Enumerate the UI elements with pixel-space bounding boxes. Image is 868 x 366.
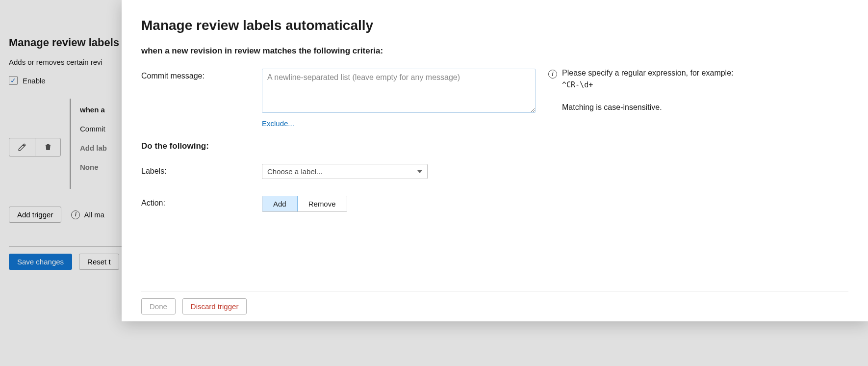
labels-label: Labels: bbox=[141, 164, 249, 176]
modal-title: Manage review labels automatically bbox=[141, 18, 848, 33]
discard-trigger-button[interactable]: Discard trigger bbox=[182, 298, 247, 314]
do-heading: Do the following: bbox=[141, 141, 848, 151]
action-segmented: Add Remove bbox=[262, 196, 347, 212]
done-button[interactable]: Done bbox=[141, 298, 176, 314]
action-add-button[interactable]: Add bbox=[262, 196, 298, 212]
commit-message-label: Commit message: bbox=[141, 69, 249, 80]
modal-dialog: Manage review labels automatically when … bbox=[122, 0, 868, 321]
action-remove-button[interactable]: Remove bbox=[297, 196, 347, 211]
labels-row: Labels: Choose a label... bbox=[141, 164, 848, 179]
hint-line1: Please specify a regular expression, for… bbox=[562, 69, 734, 78]
chevron-down-icon bbox=[417, 170, 422, 173]
action-label: Action: bbox=[141, 196, 249, 208]
criteria-heading: when a new revision in review matches th… bbox=[141, 46, 848, 56]
modal-footer: Done Discard trigger bbox=[141, 291, 848, 321]
hint-column: i Please specify a regular expression, f… bbox=[548, 69, 848, 115]
exclude-link[interactable]: Exclude... bbox=[262, 119, 294, 128]
hint-line2: Matching is case-insensitive. bbox=[562, 103, 734, 112]
commit-message-row: Commit message: Exclude... i Please spec… bbox=[141, 69, 848, 128]
hint-example: ^CR-\d+ bbox=[562, 80, 734, 89]
info-icon: i bbox=[548, 70, 557, 78]
action-row: Action: Add Remove bbox=[141, 196, 848, 212]
labels-select-placeholder: Choose a label... bbox=[267, 167, 323, 176]
labels-select[interactable]: Choose a label... bbox=[262, 164, 428, 179]
commit-message-textarea[interactable] bbox=[262, 69, 536, 113]
